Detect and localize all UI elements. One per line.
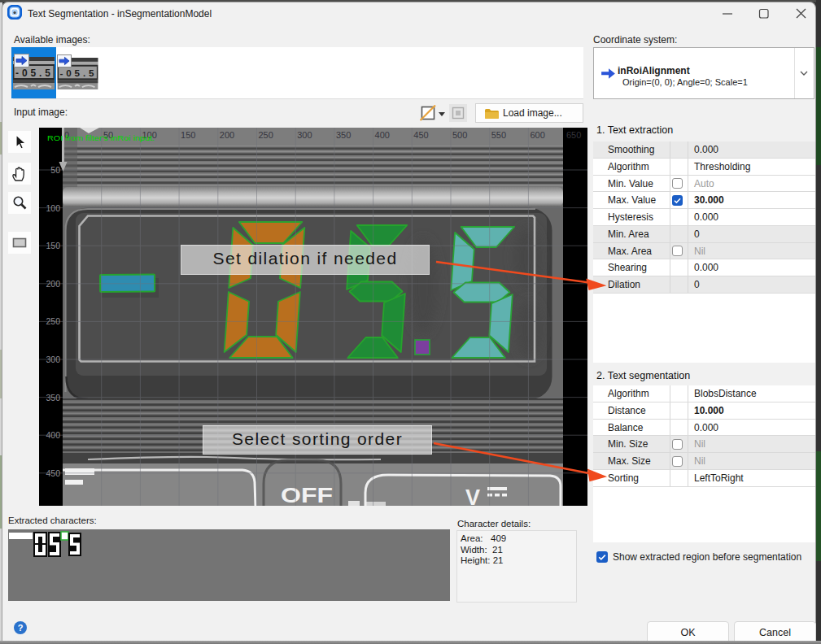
svg-text:50: 50 bbox=[50, 165, 60, 175]
svg-text:250: 250 bbox=[259, 130, 273, 140]
svg-text:350: 350 bbox=[336, 130, 351, 140]
svg-text:250: 250 bbox=[46, 316, 60, 326]
svg-text:350: 350 bbox=[46, 393, 60, 402]
svg-text:450: 450 bbox=[46, 468, 60, 478]
svg-text:OFF: OFF bbox=[281, 483, 333, 506]
svg-text:V: V bbox=[465, 485, 480, 506]
svg-text:550: 550 bbox=[491, 130, 506, 140]
svg-text:100: 100 bbox=[46, 203, 60, 213]
svg-text:500: 500 bbox=[452, 130, 467, 140]
svg-text:450: 450 bbox=[413, 130, 428, 140]
svg-text:300: 300 bbox=[297, 130, 312, 140]
svg-text:ROI from filter's inRoi input.: ROI from filter's inRoi input. bbox=[47, 133, 155, 142]
svg-text:200: 200 bbox=[46, 279, 60, 289]
svg-text:400: 400 bbox=[46, 430, 60, 440]
svg-text:200: 200 bbox=[220, 130, 234, 140]
svg-text:600: 600 bbox=[530, 130, 544, 140]
svg-text:400: 400 bbox=[375, 130, 390, 140]
svg-text:300: 300 bbox=[46, 355, 60, 364]
svg-text:150: 150 bbox=[181, 130, 195, 140]
svg-text:150: 150 bbox=[46, 241, 60, 250]
svg-text:650: 650 bbox=[566, 130, 581, 140]
